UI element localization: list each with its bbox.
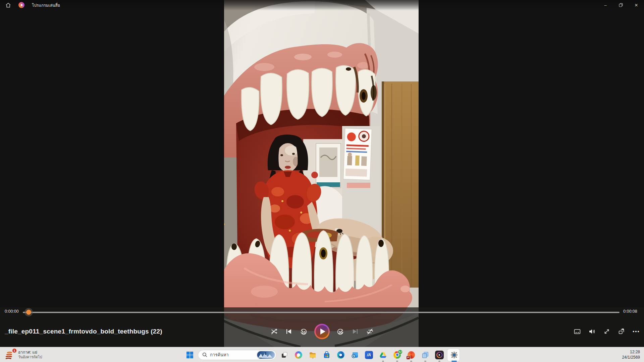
system-tray[interactable]: 12:28 24/1/2569 <box>622 347 640 362</box>
play-button[interactable] <box>314 324 330 339</box>
seek-thumb[interactable] <box>26 310 31 315</box>
clock-time: 12:28 <box>630 350 640 355</box>
media-player-window: โปรแกรมเล่นสื่อ – ✕ 0:00:00 0:00:08 _fil… <box>0 0 644 362</box>
home-icon[interactable] <box>5 2 11 8</box>
mini-player-button[interactable] <box>618 324 626 339</box>
outlook-icon[interactable] <box>348 348 362 362</box>
search-box[interactable]: การค้นหา <box>198 350 276 360</box>
taskbar-clock[interactable]: 12:28 24/1/2569 <box>622 350 640 360</box>
more-options-button[interactable]: ••• <box>632 324 640 339</box>
rewind-10-label: 10 <box>302 330 306 335</box>
search-highlight-image[interactable] <box>257 351 275 359</box>
copilot-icon[interactable] <box>292 348 305 362</box>
rewind-10-button[interactable]: 10 <box>300 324 308 339</box>
edge-browser-icon[interactable] <box>334 348 347 362</box>
p-app-badge: P <box>406 356 410 360</box>
total-time: 0:00:08 <box>623 309 637 314</box>
clock-date: 24/1/2569 <box>622 355 640 360</box>
weather-icon: 1 <box>5 350 15 360</box>
file-explorer-icon[interactable] <box>306 348 319 362</box>
widget-line2: วันอังคารถัดไป <box>18 355 42 360</box>
task-view-button[interactable] <box>278 348 291 362</box>
running-indicator <box>438 361 440 362</box>
running-indicator <box>382 361 384 362</box>
microsoft-store-icon[interactable] <box>320 348 333 362</box>
previous-track-button[interactable] <box>285 324 293 339</box>
seek-bar[interactable] <box>23 312 620 313</box>
chrome-profile-badge: SJ <box>398 350 402 354</box>
start-button[interactable] <box>183 348 197 362</box>
play-icon <box>320 328 325 335</box>
taskbar: 1 อากาศ: แย่ วันอังคารถัดไป กา <box>0 347 644 362</box>
next-track-button-disabled[interactable] <box>351 324 359 339</box>
app-title: โปรแกรมเล่นสื่อ <box>32 2 60 8</box>
media-player-logo-icon <box>18 2 24 8</box>
video-frame[interactable] <box>224 0 419 347</box>
current-time: 0:00:00 <box>5 309 19 314</box>
forward-30-button[interactable]: 30 <box>336 324 344 339</box>
media-player-taskbar-icon[interactable] <box>433 348 446 362</box>
running-indicator <box>424 361 426 362</box>
ia-app-icon[interactable]: /A <box>362 348 376 362</box>
secondary-controls: ••• <box>573 324 640 339</box>
restore-button[interactable] <box>613 0 629 10</box>
forward-30-label: 30 <box>338 330 342 335</box>
shuffle-off-button[interactable] <box>270 324 278 339</box>
captions-button[interactable] <box>573 324 581 339</box>
search-placeholder: การค้นหา <box>210 351 254 358</box>
video-content-teeth-scene <box>224 0 419 347</box>
active-indicator <box>451 361 457 362</box>
playback-controls: 10 30 <box>0 324 644 339</box>
red-p-app-icon[interactable]: P <box>405 348 418 362</box>
taskbar-center: การค้นหา <box>183 347 462 362</box>
volume-button[interactable] <box>588 324 596 339</box>
search-icon <box>202 352 207 357</box>
google-drive-icon[interactable] <box>376 348 390 362</box>
fullscreen-button[interactable] <box>603 324 611 339</box>
ia-app-label: /A <box>365 351 373 359</box>
titlebar: โปรแกรมเล่นสื่อ – ✕ <box>0 0 644 10</box>
blue-panes-app-icon[interactable] <box>419 348 432 362</box>
repeat-off-button[interactable] <box>366 324 374 339</box>
running-indicator <box>396 361 398 362</box>
chrome-icon[interactable]: SJ <box>390 348 404 362</box>
close-button[interactable]: ✕ <box>629 0 644 10</box>
running-indicator <box>410 361 412 362</box>
settings-icon-active[interactable] <box>447 348 462 362</box>
minimize-button[interactable]: – <box>598 0 613 10</box>
widgets-button[interactable]: 1 อากาศ: แย่ วันอังคารถัดไป <box>3 347 44 362</box>
widget-badge: 1 <box>12 348 17 353</box>
widget-line1: อากาศ: แย่ <box>18 350 42 355</box>
